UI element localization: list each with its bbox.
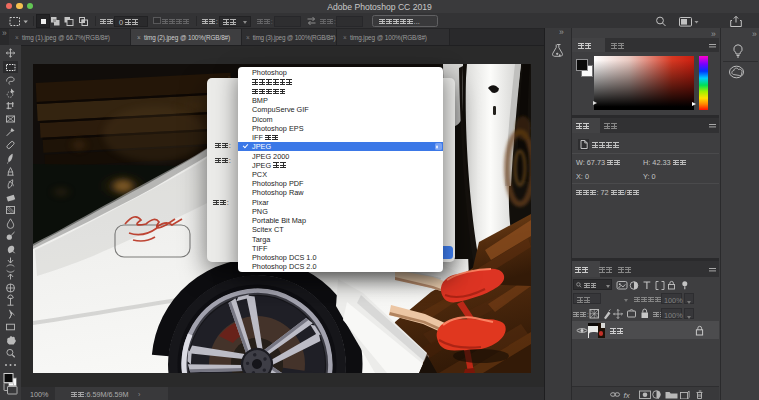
svg-text:fx: fx <box>624 391 631 400</box>
